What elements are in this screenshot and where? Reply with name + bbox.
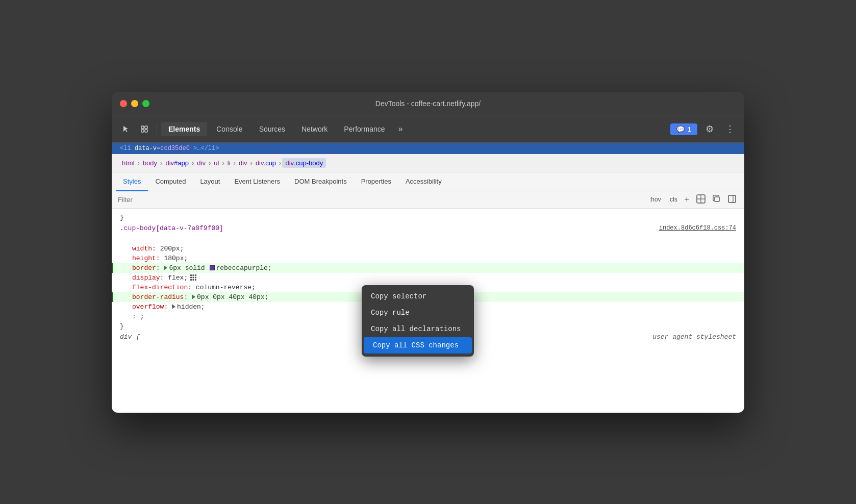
settings-icon[interactable]: ⚙ [701, 121, 718, 137]
breadcrumb-body[interactable]: body [141, 158, 159, 168]
tab-layout[interactable]: Layout [193, 172, 227, 191]
border-radius-expand-icon[interactable] [192, 294, 195, 299]
css-prop-display: display : flex ; [112, 273, 744, 283]
modified-indicator [112, 263, 113, 273]
modified-indicator-2 [112, 292, 113, 302]
svg-rect-11 [193, 274, 194, 276]
inspect-icon[interactable] [136, 121, 153, 137]
more-options-icon[interactable]: ⋮ [722, 121, 738, 137]
overflow-expand-icon[interactable] [172, 304, 175, 309]
filter-input[interactable] [118, 196, 643, 204]
tab-network[interactable]: Network [294, 122, 335, 136]
panel-tabs: Styles Computed Layout Event Listeners D… [112, 172, 744, 191]
minimize-button[interactable] [131, 100, 138, 107]
ctx-copy-all-declarations[interactable]: Copy all declarations [362, 321, 474, 337]
svg-rect-16 [190, 279, 192, 281]
styles-toolbar: :hov .cls + [112, 191, 744, 209]
devtools-toolbar: Elements Console Sources Network Perform… [112, 116, 744, 143]
breadcrumb-divapp[interactable]: div#app [163, 158, 191, 168]
hov-button[interactable]: :hov [647, 195, 663, 204]
svg-rect-0 [141, 126, 144, 129]
title-bar: DevTools - coffee-cart.netlify.app/ [112, 92, 744, 116]
maximize-button[interactable] [142, 100, 149, 107]
breadcrumb: html › body › div#app › div › ul › li › … [112, 154, 744, 172]
breadcrumb-divcupbody[interactable]: div.cup-body [282, 158, 326, 168]
window-title: DevTools - coffee-cart.netlify.app/ [375, 99, 481, 108]
ctx-copy-selector[interactable]: Copy selector [362, 288, 474, 305]
tab-performance[interactable]: Performance [337, 122, 392, 136]
toolbar-separator [157, 123, 157, 135]
svg-rect-3 [145, 130, 147, 132]
copy-styles-icon[interactable] [711, 194, 723, 206]
color-swatch-rebeccapurple[interactable] [210, 265, 215, 270]
styles-content: } .cup-body[data-v-7a0f9f00] index.8d6c6… [112, 209, 744, 413]
tab-console[interactable]: Console [209, 122, 249, 136]
css-selector: .cup-body[data-v-7a0f9f00] [120, 224, 223, 232]
notification-icon: 💬 [676, 125, 685, 133]
tab-styles[interactable]: Styles [116, 172, 148, 191]
ctx-copy-all-css-changes[interactable]: Copy all CSS changes [364, 337, 472, 354]
tab-properties[interactable]: Properties [354, 172, 398, 191]
breadcrumb-div[interactable]: div [195, 158, 208, 168]
css-prop-width: width : 200px ; [112, 244, 744, 254]
ctx-copy-rule[interactable]: Copy rule [362, 305, 474, 321]
css-file-ref[interactable]: index.8d6c6f18.css:74 [659, 224, 736, 232]
notification-count: 1 [688, 125, 691, 133]
svg-rect-18 [195, 279, 196, 281]
css-prop-height: height : 180px ; [112, 254, 744, 263]
svg-rect-14 [193, 277, 194, 279]
breadcrumb-divcup[interactable]: div.cup [254, 158, 278, 168]
css-rule-header: .cup-body[data-v-7a0f9f00] index.8d6c6f1… [112, 222, 744, 234]
prev-rule-close: } [112, 213, 744, 222]
ua-label: user agent stylesheet [652, 333, 736, 341]
cursor-icon[interactable] [118, 121, 134, 137]
breadcrumb-ul[interactable]: ul [212, 158, 221, 168]
rule-open-brace [112, 234, 744, 244]
svg-rect-2 [141, 130, 144, 132]
cls-button[interactable]: .cls [666, 195, 679, 204]
toolbar-right: 💬 1 ⚙ ⋮ [670, 121, 738, 137]
breadcrumb-html[interactable]: html [120, 158, 137, 168]
context-menu: Copy selector Copy rule Copy all declara… [362, 285, 474, 357]
close-button[interactable] [120, 100, 127, 107]
svg-rect-1 [145, 126, 147, 129]
border-expand-icon[interactable] [164, 265, 167, 270]
breadcrumb-div2[interactable]: div [237, 158, 249, 168]
flex-grid-icon[interactable] [190, 274, 197, 281]
traffic-lights [120, 100, 149, 107]
css-prop-border: border : 6px solid rebeccapurple ; [112, 263, 744, 273]
breadcrumb-li[interactable]: li [225, 158, 233, 168]
svg-rect-12 [195, 274, 196, 276]
element-style-icon[interactable] [694, 193, 708, 206]
svg-rect-15 [195, 277, 196, 279]
more-tabs-button[interactable]: » [394, 124, 407, 134]
toggle-sidebar-icon[interactable] [726, 194, 738, 206]
tab-computed[interactable]: Computed [148, 172, 193, 191]
tab-accessibility[interactable]: Accessibility [398, 172, 449, 191]
svg-rect-17 [193, 279, 194, 281]
devtools-window: DevTools - coffee-cart.netlify.app/ Elem… [112, 92, 744, 413]
svg-rect-7 [715, 197, 719, 201]
tab-dom-breakpoints[interactable]: DOM Breakpoints [287, 172, 354, 191]
tab-elements[interactable]: Elements [161, 122, 207, 136]
svg-rect-13 [190, 277, 192, 279]
styles-actions: :hov .cls + [647, 193, 738, 206]
selected-element-bar: <li data-v=ccd35de0 >…</li> [112, 143, 744, 154]
svg-rect-10 [190, 274, 192, 276]
notification-badge[interactable]: 💬 1 [670, 123, 697, 135]
add-style-button[interactable]: + [683, 194, 691, 205]
tab-event-listeners[interactable]: Event Listeners [227, 172, 287, 191]
svg-rect-8 [728, 195, 736, 203]
tab-sources[interactable]: Sources [252, 122, 292, 136]
ua-selector: div { [120, 333, 140, 341]
